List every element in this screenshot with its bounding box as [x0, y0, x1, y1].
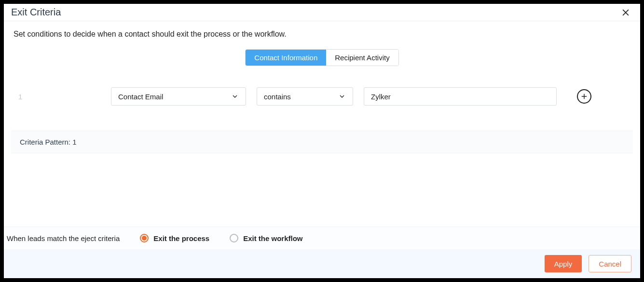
tab-contact-information[interactable]: Contact Information — [246, 50, 326, 66]
radio-exit-process[interactable]: Exit the process — [140, 234, 209, 242]
criteria-pattern-value: 1 — [72, 138, 76, 146]
criteria-row: 1 Contact Email contains — [14, 87, 630, 106]
criteria-value-input[interactable] — [364, 87, 557, 106]
criteria-row-index: 1 — [18, 93, 100, 101]
chevron-down-icon — [231, 93, 239, 100]
dialog-description: Set conditions to decide when a contact … — [14, 30, 630, 39]
cancel-button[interactable]: Cancel — [589, 255, 631, 272]
chevron-down-icon — [338, 93, 346, 100]
dialog-footer: Apply Cancel — [4, 249, 640, 278]
operator-select-value: contains — [264, 93, 291, 101]
criteria-tabs: Contact Information Recipient Activity — [14, 49, 630, 66]
radio-exit-process-label: Exit the process — [153, 234, 209, 242]
close-icon[interactable] — [621, 8, 630, 17]
tab-recipient-activity[interactable]: Recipient Activity — [326, 50, 398, 66]
exit-action-prompt: When leads match the eject criteria — [7, 234, 120, 242]
dialog-title: Exit Criteria — [11, 7, 61, 18]
exit-criteria-dialog: Exit Criteria Set conditions to decide w… — [4, 4, 640, 278]
operator-select[interactable]: contains — [257, 87, 353, 106]
criteria-pattern-label: Criteria Pattern: — [20, 138, 72, 146]
add-criteria-button[interactable] — [577, 89, 591, 104]
criteria-pattern-bar: Criteria Pattern: 1 — [11, 131, 633, 153]
radio-icon — [230, 234, 238, 242]
field-select[interactable]: Contact Email — [111, 87, 246, 106]
field-select-value: Contact Email — [118, 93, 163, 101]
apply-button[interactable]: Apply — [545, 255, 582, 272]
exit-action-section: When leads match the eject criteria Exit… — [4, 227, 640, 249]
radio-exit-workflow[interactable]: Exit the workflow — [230, 234, 302, 242]
dialog-body: Set conditions to decide when a contact … — [4, 21, 640, 227]
dialog-header: Exit Criteria — [4, 4, 640, 21]
radio-exit-workflow-label: Exit the workflow — [243, 234, 302, 242]
radio-icon — [140, 234, 149, 242]
